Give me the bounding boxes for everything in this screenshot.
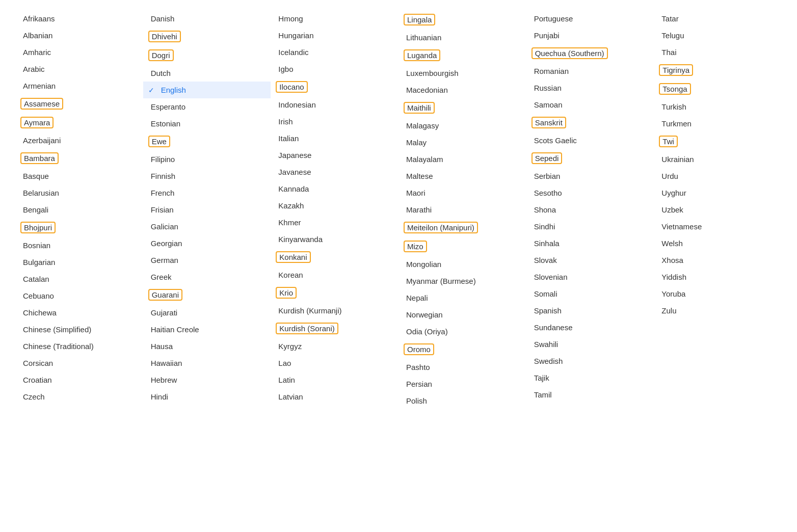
language-item[interactable]: German: [143, 252, 271, 269]
language-item[interactable]: Japanese: [271, 147, 398, 164]
language-item[interactable]: Maltese: [398, 168, 526, 184]
language-item[interactable]: Hebrew: [143, 371, 271, 388]
language-item[interactable]: Hindi: [143, 388, 271, 405]
language-item[interactable]: Lao: [271, 355, 398, 371]
language-item[interactable]: Cebuano: [15, 287, 143, 304]
language-item[interactable]: Korean: [271, 267, 398, 283]
language-item[interactable]: Filipino: [143, 151, 271, 168]
language-item[interactable]: Chinese (Traditional): [15, 338, 143, 355]
language-item[interactable]: Nepali: [398, 289, 526, 306]
language-item[interactable]: Guarani: [143, 285, 271, 304]
language-item[interactable]: Serbian: [526, 168, 654, 184]
language-item[interactable]: Indonesian: [271, 96, 398, 113]
language-item[interactable]: Kazakh: [271, 197, 398, 214]
language-item[interactable]: Sinhala: [526, 235, 654, 252]
language-item[interactable]: Tajik: [526, 369, 654, 386]
language-item[interactable]: Xhosa: [654, 252, 782, 269]
language-item[interactable]: Chinese (Simplified): [15, 321, 143, 338]
language-item[interactable]: Luxembourgish: [398, 65, 526, 82]
language-item[interactable]: Uzbek: [654, 201, 782, 218]
language-item[interactable]: Georgian: [143, 235, 271, 252]
language-item[interactable]: Aymara: [15, 113, 143, 132]
language-item[interactable]: Kurdish (Kurmanji): [271, 302, 398, 319]
language-item[interactable]: Hausa: [143, 338, 271, 355]
language-item[interactable]: Russian: [526, 79, 654, 96]
language-item[interactable]: Assamese: [15, 94, 143, 113]
language-item[interactable]: Bambara: [15, 149, 143, 168]
language-item[interactable]: Croatian: [15, 371, 143, 388]
language-item[interactable]: Corsican: [15, 355, 143, 371]
language-item[interactable]: Meiteilon (Manipuri): [398, 218, 526, 237]
language-item[interactable]: Pashto: [398, 359, 526, 376]
language-item[interactable]: Mizo: [398, 237, 526, 256]
language-item[interactable]: Krio: [271, 283, 398, 302]
language-item[interactable]: Maithili: [398, 98, 526, 117]
language-item[interactable]: Portuguese: [526, 10, 654, 27]
language-item[interactable]: ✓English: [143, 82, 271, 98]
language-item[interactable]: Catalan: [15, 271, 143, 287]
language-item[interactable]: Lithuanian: [398, 29, 526, 46]
language-item[interactable]: Finnish: [143, 168, 271, 184]
language-item[interactable]: Albanian: [15, 27, 143, 44]
language-item[interactable]: Sepedi: [526, 149, 654, 168]
language-item[interactable]: Thai: [654, 44, 782, 61]
language-item[interactable]: Latin: [271, 371, 398, 388]
language-item[interactable]: Luganda: [398, 46, 526, 65]
language-item[interactable]: Dogri: [143, 46, 271, 65]
language-item[interactable]: Danish: [143, 10, 271, 27]
language-item[interactable]: Esperanto: [143, 98, 271, 115]
language-item[interactable]: Galician: [143, 218, 271, 235]
language-item[interactable]: Irish: [271, 113, 398, 130]
language-item[interactable]: Arabic: [15, 61, 143, 77]
language-item[interactable]: Scots Gaelic: [526, 132, 654, 149]
language-item[interactable]: Greek: [143, 269, 271, 285]
language-item[interactable]: Kannada: [271, 180, 398, 197]
language-item[interactable]: Marathi: [398, 201, 526, 218]
language-item[interactable]: Ilocano: [271, 77, 398, 96]
language-item[interactable]: Swedish: [526, 353, 654, 369]
language-item[interactable]: Frisian: [143, 201, 271, 218]
language-item[interactable]: Urdu: [654, 168, 782, 184]
language-item[interactable]: Hawaiian: [143, 355, 271, 371]
language-item[interactable]: Sundanese: [526, 319, 654, 336]
language-item[interactable]: Sesotho: [526, 184, 654, 201]
language-item[interactable]: Tamil: [526, 386, 654, 403]
language-item[interactable]: Slovenian: [526, 269, 654, 285]
language-item[interactable]: Bhojpuri: [15, 218, 143, 237]
language-item[interactable]: Myanmar (Burmese): [398, 273, 526, 289]
language-item[interactable]: Sanskrit: [526, 113, 654, 132]
language-item[interactable]: Hungarian: [271, 27, 398, 44]
language-item[interactable]: Tigrinya: [654, 61, 782, 79]
language-item[interactable]: Zulu: [654, 302, 782, 319]
language-item[interactable]: Swahili: [526, 336, 654, 353]
language-item[interactable]: Norwegian: [398, 306, 526, 323]
language-item[interactable]: Oromo: [398, 340, 526, 359]
language-item[interactable]: Kyrgyz: [271, 338, 398, 355]
language-item[interactable]: Quechua (Southern): [526, 44, 654, 63]
language-item[interactable]: Turkish: [654, 98, 782, 115]
language-item[interactable]: Dutch: [143, 65, 271, 82]
language-item[interactable]: Dhivehi: [143, 27, 271, 46]
language-item[interactable]: Maori: [398, 184, 526, 201]
language-item[interactable]: Latvian: [271, 388, 398, 405]
language-item[interactable]: Slovak: [526, 252, 654, 269]
language-item[interactable]: Uyghur: [654, 184, 782, 201]
language-item[interactable]: Haitian Creole: [143, 321, 271, 338]
language-item[interactable]: Mongolian: [398, 256, 526, 273]
language-item[interactable]: Javanese: [271, 164, 398, 180]
language-item[interactable]: Belarusian: [15, 184, 143, 201]
language-item[interactable]: Welsh: [654, 235, 782, 252]
language-item[interactable]: Armenian: [15, 77, 143, 94]
language-item[interactable]: Persian: [398, 376, 526, 392]
language-item[interactable]: Basque: [15, 168, 143, 184]
language-item[interactable]: Ukrainian: [654, 151, 782, 168]
language-item[interactable]: Polish: [398, 392, 526, 409]
language-item[interactable]: Bulgarian: [15, 254, 143, 271]
language-item[interactable]: Afrikaans: [15, 10, 143, 27]
language-item[interactable]: Malay: [398, 134, 526, 151]
language-item[interactable]: Vietnamese: [654, 218, 782, 235]
language-item[interactable]: Samoan: [526, 96, 654, 113]
language-item[interactable]: Somali: [526, 285, 654, 302]
language-item[interactable]: Tatar: [654, 10, 782, 27]
language-item[interactable]: Yiddish: [654, 269, 782, 285]
